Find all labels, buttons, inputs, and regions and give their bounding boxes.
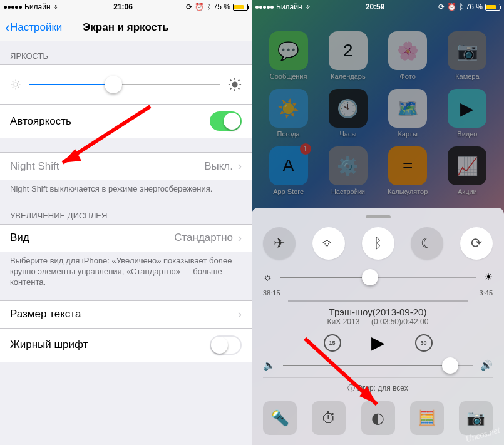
status-time: 21:06 — [113, 3, 133, 11]
status-bar: Билайн ᯤ 21:06 ⟳ ⏰ ᛒ 75 % — [0, 0, 252, 14]
svg-line-16 — [230, 88, 232, 90]
svg-line-8 — [18, 81, 19, 83]
carrier-label: Билайн — [24, 3, 51, 11]
wifi-icon: ᯤ — [305, 3, 312, 11]
battery-pct: 76 % — [466, 3, 483, 11]
alarm-icon: ⏰ — [447, 3, 456, 11]
brightness-slider-cell — [0, 64, 252, 104]
svg-line-17 — [239, 80, 240, 81]
auto-brightness-label: Автояркость — [10, 115, 71, 128]
skip-forward-button[interactable]: 30 — [415, 334, 433, 352]
svg-point-0 — [14, 83, 18, 86]
wifi-icon: ᯤ — [53, 3, 61, 11]
settings-screen: Билайн ᯤ 21:06 ⟳ ⏰ ᛒ 75 % ‹ Настройки Эк… — [0, 0, 252, 445]
timer-button[interactable]: ⏱ — [312, 401, 346, 435]
auto-brightness-toggle[interactable] — [210, 111, 242, 131]
chevron-right-icon: › — [238, 232, 242, 245]
chevron-right-icon: › — [238, 160, 242, 173]
track-title: Трэш-шоу(2013-09-20) — [263, 307, 493, 317]
scrubber[interactable] — [288, 300, 468, 302]
carrier-label: Билайн — [276, 3, 302, 11]
bluetooth-toggle[interactable]: ᛒ — [362, 227, 394, 260]
signal-icon — [255, 6, 274, 9]
svg-line-14 — [230, 80, 232, 81]
brightness-high-icon — [228, 78, 242, 91]
battery-icon — [485, 4, 500, 11]
rotation-lock-toggle[interactable]: ⟳ — [460, 227, 493, 260]
camera-button[interactable]: 📷 — [459, 401, 493, 435]
view-value: Стандартно — [174, 232, 233, 244]
volume-low-icon: 🔈 — [263, 359, 275, 371]
media-controls: 38:15 -3:45 Трэш-шоу(2013-09-20) КиХ 201… — [263, 289, 493, 353]
orientation-lock-icon: ⟳ — [438, 3, 445, 11]
remaining-time: -3:45 — [477, 289, 493, 297]
view-cell[interactable]: Вид Стандартно › — [0, 224, 252, 252]
cc-volume-slider[interactable] — [283, 365, 473, 366]
control-center: ✈ ᯤ ᛒ ☾ ⟳ ☼ ☀ 38:15 -3:45 Трэш-шоу(2013-… — [252, 208, 504, 445]
cc-volume-row: 🔈 🔊 — [263, 359, 493, 371]
orientation-lock-icon: ⟳ — [186, 3, 192, 11]
cc-brightness-slider[interactable] — [280, 277, 476, 278]
bold-text-cell: Жирный шрифт — [0, 329, 252, 362]
brightness-slider[interactable] — [29, 84, 220, 85]
night-shift-label: Night Shift — [10, 160, 59, 173]
grabber-icon[interactable] — [366, 215, 391, 218]
page-title: Экран и яркость — [83, 21, 169, 34]
brightness-low-icon: ☼ — [263, 272, 272, 283]
zoom-header: УВЕЛИЧЕНИЕ ДИСПЛЕЯ — [0, 201, 252, 224]
nav-bar: ‹ Настройки Экран и яркость — [0, 14, 252, 41]
svg-line-5 — [13, 81, 14, 83]
airplane-toggle[interactable]: ✈ — [263, 227, 296, 260]
view-label: Вид — [10, 232, 29, 244]
text-size-label: Размер текста — [10, 308, 81, 320]
play-button[interactable]: ▶ — [371, 332, 385, 353]
status-time: 20:59 — [366, 3, 385, 11]
svg-point-9 — [232, 81, 237, 87]
chevron-left-icon: ‹ — [5, 19, 10, 36]
text-size-cell[interactable]: Размер текста › — [0, 300, 252, 329]
battery-pct: 75 % — [213, 3, 230, 11]
brightness-high-icon: ☀ — [484, 271, 493, 283]
dnd-toggle[interactable]: ☾ — [411, 227, 443, 260]
skip-back-button[interactable]: 15 — [324, 334, 341, 352]
elapsed-time: 38:15 — [263, 289, 280, 297]
brightness-low-icon — [10, 79, 21, 90]
night-shift-button[interactable]: ◐ — [361, 401, 395, 435]
volume-high-icon: 🔊 — [480, 359, 493, 371]
airdrop-row[interactable]: ⓘ Drop: для всех — [263, 377, 493, 394]
svg-line-6 — [18, 87, 19, 88]
battery-icon — [233, 4, 248, 11]
bold-text-label: Жирный шрифт — [10, 339, 88, 351]
flashlight-button[interactable]: 🔦 — [263, 401, 297, 435]
svg-line-7 — [13, 87, 14, 88]
bold-text-toggle[interactable] — [210, 335, 242, 355]
night-shift-cell[interactable]: Night Shift Выкл. › — [0, 152, 252, 180]
back-button[interactable]: ‹ Настройки — [5, 19, 62, 36]
svg-line-15 — [239, 88, 240, 90]
status-bar: Билайн ᯤ 20:59 ⟳ ⏰ ᛒ 76 % — [252, 0, 504, 14]
brightness-header: ЯРКОСТЬ — [0, 41, 252, 64]
signal-icon — [4, 6, 22, 9]
night-shift-value: Выкл. — [204, 160, 233, 173]
track-subtitle: КиХ 2013 — (0:03:50)/0:42:00 — [263, 317, 493, 326]
bluetooth-icon: ᛒ — [459, 3, 463, 11]
cc-brightness-row: ☼ ☀ — [263, 271, 493, 283]
view-footer: Выберите вид для iPhone: «Увеличено» пок… — [0, 252, 252, 294]
bluetooth-icon: ᛒ — [207, 3, 211, 11]
home-screen-with-control-center: Билайн ᯤ 20:59 ⟳ ⏰ ᛒ 76 % 💬Сообщения2Кал… — [252, 0, 504, 445]
back-label: Настройки — [10, 21, 62, 34]
calculator-button[interactable]: 🧮 — [410, 401, 444, 435]
auto-brightness-cell: Автояркость — [0, 104, 252, 138]
chevron-right-icon: › — [238, 308, 242, 321]
wifi-toggle[interactable]: ᯤ — [312, 227, 345, 260]
alarm-icon: ⏰ — [195, 3, 204, 11]
night-shift-footer: Night Shift выключается в режиме энергос… — [0, 180, 252, 201]
